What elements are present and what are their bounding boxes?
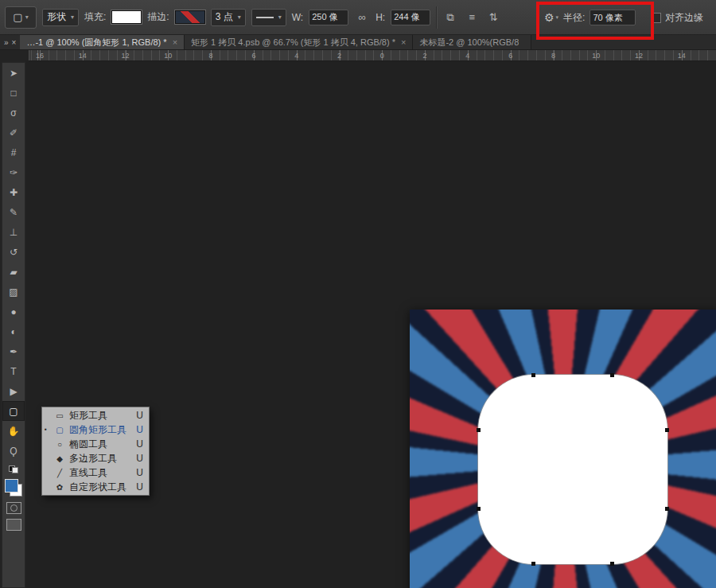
- history-brush-tool[interactable]: ↺: [2, 242, 25, 262]
- stroke-type-select[interactable]: ▾: [251, 9, 286, 26]
- quick-mask-icon[interactable]: [6, 502, 21, 514]
- ruler-labels: 16141210864202468101214: [29, 50, 703, 60]
- radius-input[interactable]: [590, 10, 636, 25]
- tab-close-icon[interactable]: ×: [401, 37, 406, 47]
- tab-document-1[interactable]: …-1 @ 100% (圆角矩形 1, RGB/8) * ×: [20, 35, 185, 49]
- fill-color-swatch[interactable]: [111, 10, 142, 24]
- pen-tool[interactable]: ✒: [2, 341, 25, 361]
- gradient-tool[interactable]: ▨: [2, 282, 25, 302]
- tool-icon: ➤: [10, 68, 18, 79]
- ruler-number: 2: [403, 52, 446, 60]
- ruler-number: 4: [446, 52, 489, 60]
- shape-icon: ◆: [54, 454, 65, 463]
- menu-item-label: 圆角矩形工具: [69, 423, 132, 437]
- shape-tool[interactable]: ▢: [2, 401, 25, 421]
- path-operations-icon[interactable]: ⧉: [442, 10, 458, 25]
- lasso-tool[interactable]: σ: [2, 103, 25, 123]
- stroke-color-swatch[interactable]: [175, 10, 205, 24]
- menu-item-custom-shape-tool[interactable]: ✿ 自定形状工具 U: [43, 480, 148, 494]
- ruler-number: 16: [29, 52, 61, 60]
- blur-tool[interactable]: ●: [2, 302, 25, 321]
- tool-icon: ▢: [9, 406, 18, 417]
- healing-brush-tool[interactable]: ✚: [2, 182, 25, 202]
- ruler-number: 10: [574, 52, 617, 60]
- align-edges-checkbox[interactable]: [651, 13, 661, 23]
- anchor-point[interactable]: [665, 507, 669, 511]
- rounded-rectangle-shape[interactable]: [478, 375, 667, 564]
- crop-tool[interactable]: #: [2, 142, 25, 162]
- align-edges-label: 对齐边缘: [665, 11, 703, 25]
- anchor-point[interactable]: [531, 373, 535, 377]
- menu-item-label: 椭圆工具: [69, 438, 132, 451]
- anchor-point[interactable]: [665, 428, 669, 432]
- path-arrange-icon[interactable]: ⇅: [485, 10, 501, 25]
- height-input[interactable]: [391, 10, 430, 25]
- chevron-down-icon: ▾: [238, 14, 241, 21]
- marquee-tool[interactable]: □: [2, 83, 25, 103]
- anchor-point[interactable]: [610, 373, 614, 377]
- horizontal-ruler[interactable]: 16141210864202468101214: [29, 50, 716, 61]
- ruler-number: 8: [189, 52, 232, 60]
- close-icon[interactable]: ×: [12, 38, 17, 47]
- ruler-number: 8: [532, 52, 575, 60]
- anchor-point[interactable]: [531, 562, 535, 566]
- ruler-number: 2: [318, 52, 361, 60]
- options-bar: ▢ ▾ 形状 ▾ 填充: 描边: 3 点 ▾ ▾ W: ∞ H: ⧉ ≡ ⇅ ⚙…: [0, 0, 716, 35]
- shape-icon: ▭: [54, 411, 65, 420]
- clone-stamp-tool[interactable]: ⊥: [2, 222, 25, 242]
- collapse-panels-icon[interactable]: »: [4, 38, 9, 47]
- anchor-point[interactable]: [477, 507, 481, 511]
- selected-marker: [45, 426, 50, 433]
- tab-document-3[interactable]: 未标题-2 @ 100%(RGB/8: [413, 35, 531, 49]
- dodge-tool[interactable]: ◐: [2, 321, 25, 341]
- ruler-number: 0: [360, 52, 403, 60]
- tool-icon: ✋: [8, 426, 20, 437]
- ruler-number: 10: [146, 52, 189, 60]
- canvas-area: [25, 60, 716, 588]
- ruler-number: 6: [489, 52, 532, 60]
- default-colors-icon[interactable]: [9, 465, 18, 473]
- path-selection-tool[interactable]: ▶: [2, 381, 25, 401]
- menu-item-ellipse-tool[interactable]: ○ 椭圆工具 U: [43, 437, 148, 451]
- anchor-point[interactable]: [610, 562, 614, 566]
- hand-tool[interactable]: ✋: [2, 421, 25, 441]
- menu-item-shortcut: U: [136, 467, 143, 478]
- link-dimensions-icon[interactable]: ∞: [354, 10, 370, 25]
- ruler-number: 12: [617, 52, 660, 60]
- brush-tool[interactable]: ✎: [2, 202, 25, 222]
- tool-icon: ✑: [10, 167, 18, 178]
- zoom-tool[interactable]: Ϙ: [2, 441, 25, 461]
- tool-preset-button[interactable]: ▢ ▾: [5, 6, 37, 29]
- document-canvas[interactable]: [410, 310, 716, 588]
- menu-item-rectangle-tool[interactable]: ▭ 矩形工具 U: [43, 408, 148, 423]
- menu-item-shortcut: U: [136, 438, 143, 450]
- tools-panel: ➤ □ σ ✐ # ✑ ✚ ✎ ⊥ ↺ ▰ ▨ ● ◐ ✒ T: [2, 62, 25, 588]
- tab-close-icon[interactable]: ×: [173, 37, 177, 47]
- tool-icon: T: [10, 366, 16, 377]
- stroke-width-select[interactable]: 3 点 ▾: [211, 9, 246, 26]
- tabs-container: …-1 @ 100% (圆角矩形 1, RGB/8) * × 矩形 1 拷贝 4…: [20, 35, 531, 49]
- screen-mode-icon[interactable]: [6, 519, 21, 531]
- eyedropper-tool[interactable]: ✑: [2, 162, 25, 182]
- anchor-point[interactable]: [477, 428, 481, 432]
- move-tool[interactable]: ➤: [2, 63, 25, 83]
- menu-item-line-tool[interactable]: ╱ 直线工具 U: [43, 465, 148, 480]
- width-input[interactable]: [309, 10, 348, 25]
- shape-icon: ╱: [54, 469, 65, 477]
- path-alignment-icon[interactable]: ≡: [464, 10, 480, 25]
- menu-item-rounded-rectangle-tool[interactable]: ▢ 圆角矩形工具 U: [43, 423, 148, 437]
- eraser-tool[interactable]: ▰: [2, 262, 25, 282]
- tab-document-2[interactable]: 矩形 1 拷贝 4.psb @ 66.7% (矩形 1 拷贝 4, RGB/8)…: [185, 35, 413, 49]
- menu-item-polygon-tool[interactable]: ◆ 多边形工具 U: [43, 451, 148, 465]
- stroke-label: 描边:: [147, 10, 169, 24]
- foreground-color-swatch[interactable]: [5, 479, 18, 493]
- tool-icon: ↺: [10, 247, 18, 258]
- tool-mode-select[interactable]: 形状 ▾: [42, 9, 79, 26]
- tool-icon: σ: [10, 107, 16, 119]
- shape-icon: ▢: [54, 426, 65, 434]
- width-label: W:: [292, 12, 303, 23]
- quick-selection-tool[interactable]: ✐: [2, 123, 25, 142]
- geometry-options-button[interactable]: ⚙ ▾: [544, 11, 558, 24]
- type-tool[interactable]: T: [2, 361, 25, 381]
- chevron-down-icon: ▾: [25, 14, 29, 21]
